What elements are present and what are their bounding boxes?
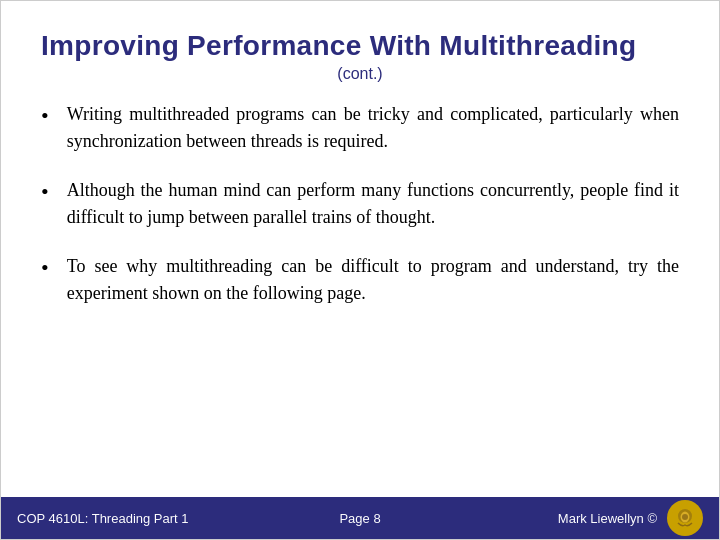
bullet-item-1: • Writing multithreaded programs can be … — [41, 101, 679, 155]
slide: Improving Performance With Multithreadin… — [0, 0, 720, 540]
slide-subtitle: (cont.) — [41, 65, 679, 83]
bullet-text-2: Although the human mind can perform many… — [67, 177, 679, 231]
bullet-text-1: Writing multithreaded programs can be tr… — [67, 101, 679, 155]
bullet-list: • Writing multithreaded programs can be … — [41, 101, 679, 307]
slide-content: Improving Performance With Multithreadin… — [1, 1, 719, 497]
logo-icon — [670, 503, 700, 533]
footer-left: COP 4610L: Threading Part 1 — [17, 511, 246, 526]
svg-point-1 — [682, 514, 688, 520]
bullet-text-3: To see why multithreading can be difficu… — [67, 253, 679, 307]
footer-right: Mark Liewellyn © — [474, 500, 703, 536]
slide-title: Improving Performance With Multithreadin… — [41, 29, 679, 63]
bullet-item-3: • To see why multithreading can be diffi… — [41, 253, 679, 307]
slide-footer: COP 4610L: Threading Part 1 Page 8 Mark … — [1, 497, 719, 539]
footer-center: Page 8 — [246, 511, 475, 526]
bullet-item-2: • Although the human mind can perform ma… — [41, 177, 679, 231]
footer-logo — [667, 500, 703, 536]
bullet-dot-1: • — [41, 99, 49, 132]
footer-copyright: Mark Liewellyn © — [558, 511, 657, 526]
bullet-dot-3: • — [41, 251, 49, 284]
bullet-dot-2: • — [41, 175, 49, 208]
